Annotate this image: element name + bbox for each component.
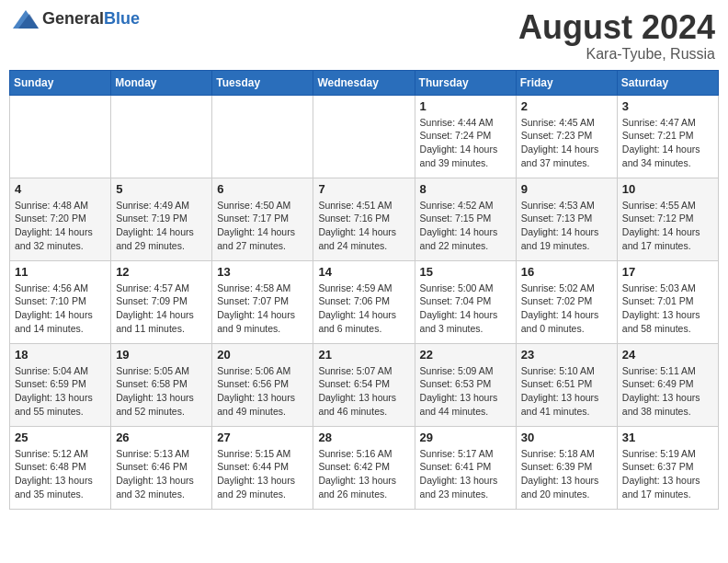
day-cell: 14Sunrise: 4:59 AMSunset: 7:06 PMDayligh…	[313, 260, 415, 343]
day-info: Sunrise: 5:02 AMSunset: 7:02 PMDaylight:…	[521, 282, 612, 336]
day-info: Sunrise: 4:52 AMSunset: 7:15 PMDaylight:…	[420, 199, 511, 253]
day-number: 2	[521, 99, 612, 113]
day-number: 26	[116, 431, 207, 444]
day-number: 8	[420, 182, 511, 196]
day-number: 17	[622, 265, 713, 279]
day-cell: 12Sunrise: 4:57 AMSunset: 7:09 PMDayligh…	[111, 260, 212, 343]
week-row-5: 25Sunrise: 5:12 AMSunset: 6:48 PMDayligh…	[10, 426, 719, 509]
day-info: Sunrise: 5:06 AMSunset: 6:56 PMDaylight:…	[217, 364, 308, 419]
day-number: 15	[420, 265, 511, 279]
day-number: 22	[420, 348, 511, 362]
day-info: Sunrise: 4:45 AMSunset: 7:23 PMDaylight:…	[521, 116, 612, 170]
day-cell: 25Sunrise: 5:12 AMSunset: 6:48 PMDayligh…	[10, 426, 111, 509]
day-number: 13	[217, 265, 308, 279]
week-row-3: 11Sunrise: 4:56 AMSunset: 7:10 PMDayligh…	[10, 260, 719, 343]
day-cell: 16Sunrise: 5:02 AMSunset: 7:02 PMDayligh…	[516, 260, 617, 343]
day-cell: 22Sunrise: 5:09 AMSunset: 6:53 PMDayligh…	[415, 343, 516, 426]
day-number: 29	[420, 431, 511, 444]
day-cell: 8Sunrise: 4:52 AMSunset: 7:15 PMDaylight…	[415, 178, 516, 260]
day-cell: 17Sunrise: 5:03 AMSunset: 7:01 PMDayligh…	[617, 260, 718, 343]
day-info: Sunrise: 5:00 AMSunset: 7:04 PMDaylight:…	[420, 282, 511, 336]
day-info: Sunrise: 4:50 AMSunset: 7:17 PMDaylight:…	[217, 199, 308, 253]
day-number: 9	[521, 182, 612, 196]
day-info: Sunrise: 5:09 AMSunset: 6:53 PMDaylight:…	[420, 364, 511, 419]
day-cell: 4Sunrise: 4:48 AMSunset: 7:20 PMDaylight…	[10, 178, 111, 260]
week-row-2: 4Sunrise: 4:48 AMSunset: 7:20 PMDaylight…	[10, 178, 719, 260]
day-info: Sunrise: 5:13 AMSunset: 6:46 PMDaylight:…	[116, 447, 207, 501]
day-number: 11	[15, 265, 106, 279]
day-info: Sunrise: 4:58 AMSunset: 7:07 PMDaylight:…	[217, 282, 308, 336]
col-header-thursday: Thursday	[415, 70, 516, 95]
day-info: Sunrise: 4:53 AMSunset: 7:13 PMDaylight:…	[521, 199, 612, 253]
logo: GeneralBlue	[13, 9, 140, 29]
day-info: Sunrise: 5:07 AMSunset: 6:54 PMDaylight:…	[318, 364, 409, 419]
day-info: Sunrise: 4:57 AMSunset: 7:09 PMDaylight:…	[116, 282, 207, 336]
logo-blue: Blue	[104, 9, 140, 28]
day-info: Sunrise: 5:16 AMSunset: 6:42 PMDaylight:…	[318, 447, 409, 501]
day-number: 27	[217, 431, 308, 444]
day-cell: 20Sunrise: 5:06 AMSunset: 6:56 PMDayligh…	[212, 343, 313, 426]
day-info: Sunrise: 4:59 AMSunset: 7:06 PMDaylight:…	[318, 282, 409, 336]
day-cell: 26Sunrise: 5:13 AMSunset: 6:46 PMDayligh…	[111, 426, 212, 509]
day-number: 4	[15, 182, 106, 196]
day-info: Sunrise: 5:17 AMSunset: 6:41 PMDaylight:…	[420, 447, 511, 501]
day-number: 14	[318, 265, 409, 279]
day-info: Sunrise: 4:51 AMSunset: 7:16 PMDaylight:…	[318, 199, 409, 253]
day-info: Sunrise: 4:56 AMSunset: 7:10 PMDaylight:…	[15, 282, 106, 336]
col-header-wednesday: Wednesday	[313, 70, 415, 95]
day-cell	[212, 95, 313, 178]
day-cell: 27Sunrise: 5:15 AMSunset: 6:44 PMDayligh…	[212, 426, 313, 509]
day-cell: 11Sunrise: 4:56 AMSunset: 7:10 PMDayligh…	[10, 260, 111, 343]
day-cell: 9Sunrise: 4:53 AMSunset: 7:13 PMDaylight…	[516, 178, 617, 260]
day-cell	[111, 95, 212, 178]
day-info: Sunrise: 5:04 AMSunset: 6:59 PMDaylight:…	[15, 364, 106, 419]
day-cell: 1Sunrise: 4:44 AMSunset: 7:24 PMDaylight…	[415, 95, 516, 178]
day-cell: 10Sunrise: 4:55 AMSunset: 7:12 PMDayligh…	[617, 178, 718, 260]
day-number: 1	[420, 99, 511, 113]
day-info: Sunrise: 4:55 AMSunset: 7:12 PMDaylight:…	[622, 199, 713, 253]
day-number: 24	[622, 348, 713, 362]
day-number: 19	[116, 348, 207, 362]
day-cell	[10, 95, 111, 178]
logo-icon	[13, 10, 39, 29]
day-number: 12	[116, 265, 207, 279]
month-year: August 2024	[518, 9, 715, 46]
day-cell: 31Sunrise: 5:19 AMSunset: 6:37 PMDayligh…	[617, 426, 718, 509]
day-cell: 19Sunrise: 5:05 AMSunset: 6:58 PMDayligh…	[111, 343, 212, 426]
day-info: Sunrise: 4:48 AMSunset: 7:20 PMDaylight:…	[15, 199, 106, 253]
day-info: Sunrise: 5:18 AMSunset: 6:39 PMDaylight:…	[521, 447, 612, 501]
day-info: Sunrise: 5:10 AMSunset: 6:51 PMDaylight:…	[521, 364, 612, 419]
day-cell: 3Sunrise: 4:47 AMSunset: 7:21 PMDaylight…	[617, 95, 718, 178]
day-number: 28	[318, 431, 409, 444]
col-header-saturday: Saturday	[617, 70, 718, 95]
day-cell: 18Sunrise: 5:04 AMSunset: 6:59 PMDayligh…	[10, 343, 111, 426]
title-section: August 2024 Kara-Tyube, Russia	[518, 9, 715, 63]
day-info: Sunrise: 4:44 AMSunset: 7:24 PMDaylight:…	[420, 116, 511, 170]
location: Kara-Tyube, Russia	[518, 46, 715, 63]
day-number: 3	[622, 99, 713, 113]
logo-general: General	[42, 9, 104, 28]
day-number: 18	[15, 348, 106, 362]
col-header-monday: Monday	[111, 70, 212, 95]
week-row-1: 1Sunrise: 4:44 AMSunset: 7:24 PMDaylight…	[10, 95, 719, 178]
day-number: 10	[622, 182, 713, 196]
week-row-4: 18Sunrise: 5:04 AMSunset: 6:59 PMDayligh…	[10, 343, 719, 426]
day-cell	[313, 95, 415, 178]
calendar-table: SundayMondayTuesdayWednesdayThursdayFrid…	[9, 70, 719, 510]
day-number: 21	[318, 348, 409, 362]
day-cell: 2Sunrise: 4:45 AMSunset: 7:23 PMDaylight…	[516, 95, 617, 178]
day-cell: 5Sunrise: 4:49 AMSunset: 7:19 PMDaylight…	[111, 178, 212, 260]
day-info: Sunrise: 4:49 AMSunset: 7:19 PMDaylight:…	[116, 199, 207, 253]
header-row: SundayMondayTuesdayWednesdayThursdayFrid…	[10, 70, 719, 95]
page-header: GeneralBlue August 2024 Kara-Tyube, Russ…	[9, 9, 719, 63]
day-info: Sunrise: 5:11 AMSunset: 6:49 PMDaylight:…	[622, 364, 713, 419]
day-number: 23	[521, 348, 612, 362]
day-number: 16	[521, 265, 612, 279]
day-number: 25	[15, 431, 106, 444]
day-info: Sunrise: 5:12 AMSunset: 6:48 PMDaylight:…	[15, 447, 106, 501]
day-cell: 29Sunrise: 5:17 AMSunset: 6:41 PMDayligh…	[415, 426, 516, 509]
day-number: 7	[318, 182, 409, 196]
day-number: 20	[217, 348, 308, 362]
day-cell: 21Sunrise: 5:07 AMSunset: 6:54 PMDayligh…	[313, 343, 415, 426]
day-number: 6	[217, 182, 308, 196]
